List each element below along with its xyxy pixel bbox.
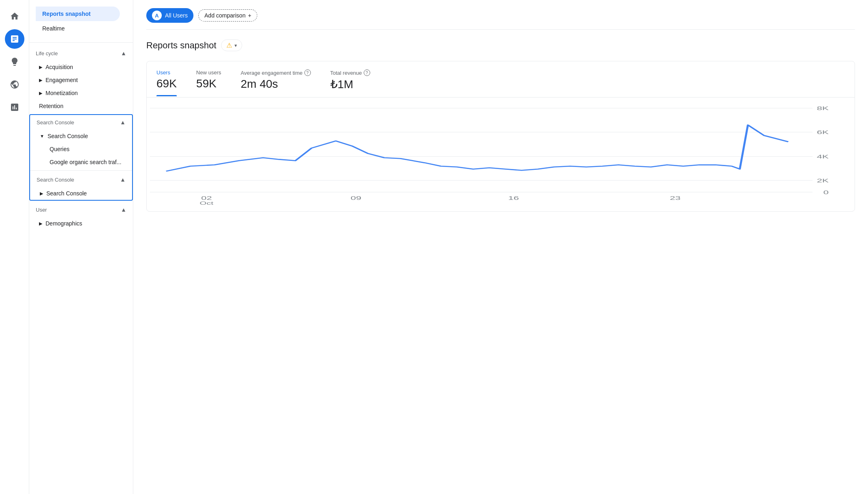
metric-users-label: Users [156,69,177,76]
analytics-nav-icon[interactable] [5,29,24,49]
metric-users[interactable]: Users 69K [156,69,177,96]
nav-monetization[interactable]: ▶ Monetization [29,87,133,100]
nav-divider-2 [30,170,132,171]
add-comparison-button[interactable]: Add comparison + [198,9,257,22]
svg-text:02: 02 [201,195,212,201]
dropdown-arrow-icon: ▾ [234,43,237,48]
svg-text:8K: 8K [817,106,829,111]
nav-retention[interactable]: Retention [29,100,133,113]
nav-search-console-label-1: Search Console [37,119,74,126]
metric-avg-engagement[interactable]: Average engagement time ? 2m 40s [241,69,310,97]
user-chip[interactable]: A All Users [146,8,193,23]
warning-badge[interactable]: ⚠ ▾ [221,39,242,51]
nav-acquisition[interactable]: ▶ Acquisition [29,61,133,74]
user-avatar: A [152,11,162,20]
svg-text:23: 23 [670,195,681,201]
chevron-up-icon-4: ▲ [121,206,126,213]
home-nav-icon[interactable] [5,6,24,26]
chevron-up-icon: ▲ [121,50,126,56]
nav-queries[interactable]: Queries [30,143,132,156]
svg-text:16: 16 [508,195,519,201]
search-console-box: Search Console ▲ ▼ Search Console Querie… [29,114,133,201]
main-content: A All Users Add comparison + Reports sna… [133,0,868,494]
metric-avg-engagement-label: Average engagement time ? [241,69,310,76]
nav-user-header[interactable]: User ▲ [29,202,133,217]
nav-reports-snapshot[interactable]: Reports snapshot [36,6,120,21]
warning-icon: ⚠ [226,41,232,49]
audience-nav-icon[interactable] [5,75,24,94]
metrics-card: Users 69K New users 59K Average engageme… [146,61,855,212]
nav-search-console-header-1[interactable]: Search Console ▲ [30,115,132,130]
svg-text:6K: 6K [817,130,829,135]
metric-users-value: 69K [156,77,177,90]
svg-text:2K: 2K [817,178,829,184]
chevron-up-icon-3: ▲ [120,176,126,183]
metric-new-users[interactable]: New users 59K [196,69,221,96]
arrow-right-icon-5: ▶ [39,221,42,226]
arrow-down-icon: ▼ [40,134,44,139]
metric-total-revenue[interactable]: Total revenue ? ₺1M [330,69,370,97]
nav-lifecycle-label: Life cycle [36,50,58,56]
svg-text:4K: 4K [817,154,829,160]
page-title-row: Reports snapshot ⚠ ▾ [146,39,855,51]
chart-area: 02 Oct 09 16 23 8K 6K 4K 2K 0 [147,98,855,211]
svg-text:09: 09 [351,195,362,201]
nav-realtime[interactable]: Realtime [36,21,126,36]
nav-search-console-child[interactable]: ▼ Search Console [30,130,132,143]
arrow-right-icon-3: ▶ [39,91,42,96]
metrics-row: Users 69K New users 59K Average engageme… [147,61,855,98]
arrow-right-icon-2: ▶ [39,78,42,83]
page-title: Reports snapshot [146,40,216,51]
nav-search-console-label-2: Search Console [37,177,74,183]
plus-icon: + [248,12,251,19]
chart-svg: 02 Oct 09 16 23 8K 6K 4K 2K 0 [150,104,845,205]
insights-nav-icon[interactable] [5,52,24,72]
total-revenue-info-icon[interactable]: ? [364,69,370,76]
metric-total-revenue-value: ₺1M [330,78,370,91]
avg-engagement-info-icon[interactable]: ? [304,69,311,76]
nav-engagement[interactable]: ▶ Engagement [29,74,133,87]
svg-text:Oct: Oct [200,201,213,205]
chevron-up-icon-2: ▲ [120,119,126,126]
nav-top: Reports snapshot Realtime [29,0,133,39]
reports-nav-icon[interactable] [5,98,24,117]
nav-sidebar: Reports snapshot Realtime Life cycle ▲ ▶… [29,0,133,494]
arrow-right-icon-4: ▶ [40,191,43,196]
nav-lifecycle-header[interactable]: Life cycle ▲ [29,46,133,61]
add-comparison-label: Add comparison [204,12,245,19]
header-bar: A All Users Add comparison + [146,8,855,30]
nav-search-console-header-2[interactable]: Search Console ▲ [30,172,132,187]
metric-avg-engagement-value: 2m 40s [241,78,310,91]
metric-new-users-label: New users [196,69,221,76]
metric-new-users-value: 59K [196,77,221,90]
metric-total-revenue-label: Total revenue ? [330,69,370,76]
nav-user-label: User [36,207,47,213]
nav-google-organic[interactable]: Google organic search traf... [30,156,132,169]
svg-text:0: 0 [823,190,829,195]
arrow-right-icon: ▶ [39,65,42,70]
metric-underline [156,95,177,96]
all-users-label: All Users [165,12,188,19]
nav-demographics[interactable]: ▶ Demographics [29,217,133,230]
nav-search-console-child-2[interactable]: ▶ Search Console [30,187,132,200]
nav-divider-1 [29,42,133,43]
icon-sidebar [0,0,29,494]
